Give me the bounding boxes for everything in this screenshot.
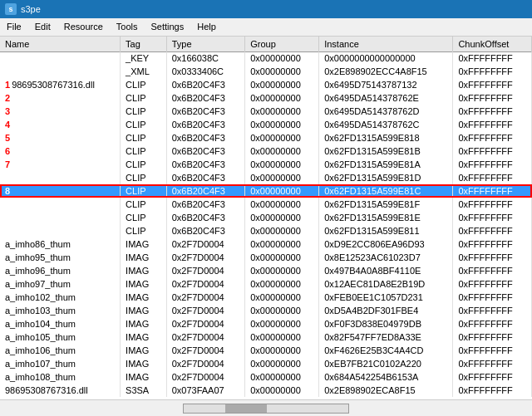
table-row[interactable]: a_imho97_thumIMAG0x2F7D00040x000000000x1…	[0, 277, 532, 291]
cell-name: 7	[0, 158, 121, 171]
cell-tag: _XML	[121, 65, 167, 78]
table-row[interactable]: a_imho95_thumIMAG0x2F7D00040x000000000x8…	[0, 251, 532, 264]
table-row[interactable]: a_imho107_thumIMAG0x2F7D00040x000000000x…	[0, 357, 532, 370]
cell-type: 0x073FAA07	[166, 384, 245, 397]
table-row[interactable]: 4CLIP0x6B20C4F30x000000000x6495DA5143787…	[0, 118, 532, 131]
cell-chunkoffset: 0xFFFFFFFF	[453, 198, 532, 211]
table-row[interactable]: 198695308767316.dllCLIP0x6B20C4F30x00000…	[0, 78, 532, 91]
table-row[interactable]: CLIP0x6B20C4F30x000000000x62FD1315A599E8…	[0, 198, 532, 211]
table-row[interactable]: a_imho86_thumIMAG0x2F7D00040x000000000xD…	[0, 237, 532, 251]
cell-name: 5	[0, 131, 121, 144]
status-bar	[0, 399, 532, 416]
menu-bar: File Edit Resource Tools Settings Help	[0, 18, 532, 37]
cell-group: 0x00000000	[245, 304, 319, 317]
cell-chunkoffset: 0xFFFFFFFF	[453, 51, 532, 65]
table-row[interactable]: a_imho106_thumIMAG0x2F7D00040x000000000x…	[0, 344, 532, 357]
table-row[interactable]: 5CLIP0x6B20C4F30x000000000x62FD1315A599E…	[0, 131, 532, 144]
table-row[interactable]: 6CLIP0x6B20C4F30x000000000x62FD1315A599E…	[0, 144, 532, 158]
cell-chunkoffset: 0xFFFFFFFF	[453, 384, 532, 397]
table-container: Name Tag Type Group Instance ChunkOffset…	[0, 37, 532, 399]
table-row[interactable]: CLIP0x6B20C4F30x000000000x62FD1315A599E8…	[0, 224, 532, 237]
cell-tag: CLIP	[121, 158, 167, 171]
table-row[interactable]: 98695308767316.dllS3SA0x073FAA070x000000…	[0, 384, 532, 397]
menu-help[interactable]: Help	[190, 20, 223, 34]
table-row[interactable]: a_imho105_thumIMAG0x2F7D00040x000000000x…	[0, 330, 532, 344]
cell-group: 0x00000000	[245, 357, 319, 370]
cell-instance: 0xEB7FB21C0102A220	[319, 357, 453, 370]
cell-group: 0x00000000	[245, 317, 319, 330]
cell-name: a_imho105_thum	[0, 330, 121, 344]
cell-group: 0x00000000	[245, 384, 319, 397]
menu-edit[interactable]: Edit	[28, 20, 57, 34]
table-row[interactable]: _XML0x0333406C0x000000000x2E898902ECC4A8…	[0, 65, 532, 78]
cell-instance: 0x62FD1315A599E81B	[319, 144, 453, 158]
table-row[interactable]: a_imho108_thumIMAG0x2F7D00040x000000000x…	[0, 370, 532, 384]
table-row[interactable]: a_imho104_thumIMAG0x2F7D00040x000000000x…	[0, 317, 532, 330]
cell-instance: 0x2E898902ECA8F15	[319, 384, 453, 397]
cell-name: 2	[0, 91, 121, 105]
cell-tag: CLIP	[121, 78, 167, 91]
cell-instance: 0xD5A4B2DF301FBE4	[319, 304, 453, 317]
cell-tag: IMAG	[121, 357, 167, 370]
cell-chunkoffset: 0xFFFFFFFF	[453, 91, 532, 105]
cell-instance: 0xF4626E25B3C4A4CD	[319, 344, 453, 357]
cell-name	[0, 51, 121, 65]
cell-group: 0x00000000	[245, 91, 319, 105]
cell-tag: IMAG	[121, 291, 167, 304]
cell-name: 98695308767316.dll	[0, 384, 121, 397]
cell-type: 0x6B20C4F3	[166, 78, 245, 91]
table-row[interactable]: 7CLIP0x6B20C4F30x000000000x62FD1315A599E…	[0, 158, 532, 171]
cell-chunkoffset: 0xFFFFFFFF	[453, 211, 532, 224]
table-row[interactable]: CLIP0x6B20C4F30x000000000x62FD1315A599E8…	[0, 171, 532, 184]
table-row[interactable]: a_imho96_thumIMAG0x2F7D00040x000000000x4…	[0, 264, 532, 277]
cell-chunkoffset: 0xFFFFFFFF	[453, 65, 532, 78]
cell-name: a_imho86_thum	[0, 237, 121, 251]
table-row[interactable]: 2CLIP0x6B20C4F30x000000000x6495DA5143787…	[0, 91, 532, 105]
cell-tag: CLIP	[121, 211, 167, 224]
cell-name	[0, 171, 121, 184]
cell-type: 0x0333406C	[166, 65, 245, 78]
cell-chunkoffset: 0xFFFFFFFF	[453, 344, 532, 357]
cell-group: 0x00000000	[245, 264, 319, 277]
cell-instance: 0xD9E2CC806EA96D93	[319, 237, 453, 251]
table-row[interactable]: 8CLIP0x6B20C4F30x000000000x62FD1315A599E…	[0, 184, 532, 198]
table-row[interactable]: 3CLIP0x6B20C4F30x000000000x6495DA5143787…	[0, 105, 532, 118]
cell-type: 0x2F7D0004	[166, 277, 245, 291]
cell-instance: 0x62FD1315A599E81C	[319, 184, 453, 198]
horizontal-scrollbar[interactable]	[183, 404, 349, 414]
cell-group: 0x00000000	[245, 144, 319, 158]
cell-chunkoffset: 0xFFFFFFFF	[453, 105, 532, 118]
cell-tag: CLIP	[121, 105, 167, 118]
cell-group: 0x00000000	[245, 171, 319, 184]
scrollbar-thumb[interactable]	[225, 404, 267, 413]
cell-type: 0x6B20C4F3	[166, 224, 245, 237]
cell-chunkoffset: 0xFFFFFFFF	[453, 78, 532, 91]
cell-tag: IMAG	[121, 237, 167, 251]
menu-file[interactable]: File	[0, 20, 28, 34]
cell-instance: 0x8E12523AC61023D7	[319, 251, 453, 264]
cell-instance: 0x6495DA514378762C	[319, 118, 453, 131]
col-header-instance: Instance	[319, 37, 453, 51]
cell-type: 0x6B20C4F3	[166, 118, 245, 131]
table-row[interactable]: a_imho103_thumIMAG0x2F7D00040x000000000x…	[0, 304, 532, 317]
cell-type: 0x2F7D0004	[166, 330, 245, 344]
cell-type: 0x2F7D0004	[166, 304, 245, 317]
cell-group: 0x00000000	[245, 158, 319, 171]
cell-instance: 0x82F547FF7ED8A33E	[319, 330, 453, 344]
cell-type: 0x2F7D0004	[166, 251, 245, 264]
cell-chunkoffset: 0xFFFFFFFF	[453, 277, 532, 291]
table-row[interactable]: _KEY0x166038C0x000000000x000000000000000…	[0, 51, 532, 65]
menu-resource[interactable]: Resource	[57, 20, 110, 34]
table-row[interactable]: a_imho102_thumIMAG0x2F7D00040x000000000x…	[0, 291, 532, 304]
cell-type: 0x2F7D0004	[166, 237, 245, 251]
cell-tag: IMAG	[121, 277, 167, 291]
menu-settings[interactable]: Settings	[144, 20, 190, 34]
cell-group: 0x00000000	[245, 131, 319, 144]
table-row[interactable]: CLIP0x6B20C4F30x000000000x62FD1315A599E8…	[0, 211, 532, 224]
cell-type: 0x6B20C4F3	[166, 105, 245, 118]
resource-table: Name Tag Type Group Instance ChunkOffset…	[0, 37, 532, 397]
cell-instance: 0x497B4A0A8BF4110E	[319, 264, 453, 277]
cell-group: 0x00000000	[245, 330, 319, 344]
cell-instance: 0x62FD1315A599E81D	[319, 171, 453, 184]
menu-tools[interactable]: Tools	[110, 20, 145, 34]
